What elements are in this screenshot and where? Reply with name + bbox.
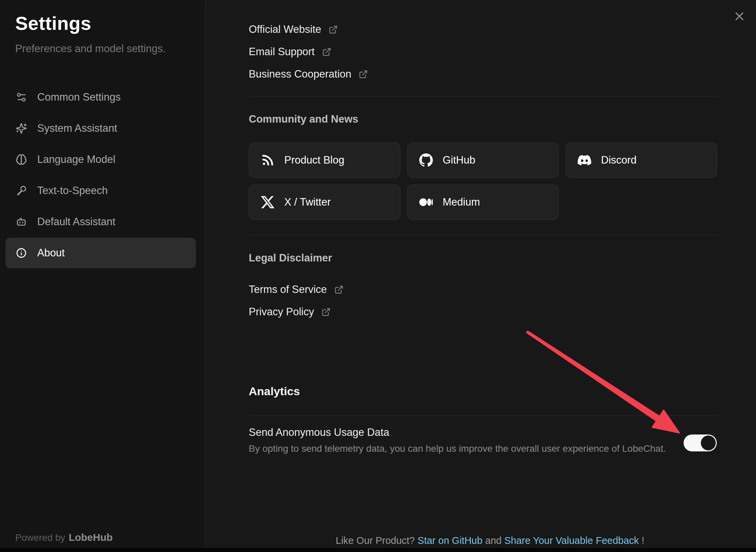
analytics-heading: Analytics <box>249 385 300 398</box>
lobehub-brand: LobeHub <box>69 532 113 543</box>
sidebar-item-label: Text-to-Speech <box>37 185 108 197</box>
sidebar-item-common-settings[interactable]: Common Settings <box>5 82 196 112</box>
modal-bottom-edge <box>0 548 756 552</box>
legal-heading: Legal Disclaimer <box>249 252 332 264</box>
medium-icon <box>419 195 433 209</box>
external-link-icon <box>329 25 338 34</box>
powered-by-text: Powered by <box>15 532 65 543</box>
sidebar-menu: Common Settings System Assistant Languag… <box>5 82 196 269</box>
page-title: Settings <box>15 12 91 34</box>
close-icon <box>734 11 744 21</box>
contact-us-heading-clipped: Contact Us <box>249 0 391 3</box>
external-link-icon <box>321 307 331 317</box>
business-cooperation-link[interactable]: Business Cooperation <box>249 63 368 85</box>
powered-by: Powered byLobeHub <box>15 532 113 543</box>
footer-text-prefix: Like Our Product? <box>336 535 418 546</box>
sidebar-item-language-model[interactable]: Language Model <box>5 144 196 175</box>
discord-icon <box>577 153 592 167</box>
about-panel: Contact Us Official Website Email Suppor… <box>205 0 756 552</box>
legal-links: Terms of Service Privacy Policy <box>249 278 343 323</box>
sidebar-item-label: System Assistant <box>37 122 117 134</box>
star-on-github-link[interactable]: Star on GitHub <box>418 535 483 546</box>
feedback-bubble-icon <box>322 536 332 546</box>
info-icon <box>16 247 27 259</box>
medium-button[interactable]: Medium <box>407 185 559 220</box>
close-button[interactable] <box>732 9 747 24</box>
privacy-policy-link[interactable]: Privacy Policy <box>249 301 343 323</box>
x-logo-icon <box>261 195 275 209</box>
external-link-icon <box>322 47 331 57</box>
sidebar-item-label: Default Assistant <box>37 216 115 228</box>
sidebar-item-label: Language Model <box>37 153 115 166</box>
sliders-icon <box>16 91 27 103</box>
share-feedback-link[interactable]: Share Your Valuable Feedback <box>504 535 639 546</box>
product-blog-button[interactable]: Product Blog <box>249 143 400 178</box>
usage-data-label: Send Anonymous Usage Data <box>249 426 389 439</box>
sidebar-item-default-assistant[interactable]: Default Assistant <box>5 207 196 237</box>
sparkles-icon <box>16 123 27 134</box>
terms-of-service-link[interactable]: Terms of Service <box>249 278 343 301</box>
sidebar-item-label: Common Settings <box>37 91 120 103</box>
bot-icon <box>16 216 27 228</box>
footer-cta: Like Our Product? Star on GitHub and Sha… <box>249 535 718 546</box>
official-website-link[interactable]: Official Website <box>249 18 368 41</box>
community-buttons: Product Blog GitHub Discord X / Twitter … <box>249 143 717 220</box>
github-icon <box>419 153 433 167</box>
usage-data-toggle[interactable] <box>684 434 717 451</box>
section-divider <box>249 235 718 235</box>
section-divider <box>249 416 718 416</box>
contact-links: Official Website Email Support Business … <box>249 18 368 85</box>
external-link-icon <box>359 70 368 79</box>
sidebar-item-system-assistant[interactable]: System Assistant <box>5 113 196 144</box>
github-button[interactable]: GitHub <box>407 143 559 178</box>
toggle-knob <box>701 436 716 450</box>
brain-icon <box>16 154 27 165</box>
discord-button[interactable]: Discord <box>565 143 717 178</box>
external-link-icon <box>334 285 343 294</box>
rss-icon <box>261 153 275 167</box>
sidebar-item-about[interactable]: About <box>5 238 196 268</box>
sidebar-item-label: About <box>37 247 65 259</box>
page-subtitle: Preferences and model settings. <box>15 43 166 55</box>
sidebar-item-text-to-speech[interactable]: Text-to-Speech <box>5 175 196 206</box>
email-support-link[interactable]: Email Support <box>249 41 368 63</box>
footer-text-middle: and <box>483 535 505 546</box>
settings-sidebar: Settings Preferences and model settings.… <box>0 0 205 552</box>
mic-icon <box>16 185 27 196</box>
community-heading: Community and News <box>249 113 358 125</box>
x-twitter-button[interactable]: X / Twitter <box>249 185 400 220</box>
footer-text-suffix: ! <box>639 535 644 546</box>
section-divider <box>249 97 718 97</box>
usage-data-description: By opting to send telemetry data, you ca… <box>249 443 666 454</box>
